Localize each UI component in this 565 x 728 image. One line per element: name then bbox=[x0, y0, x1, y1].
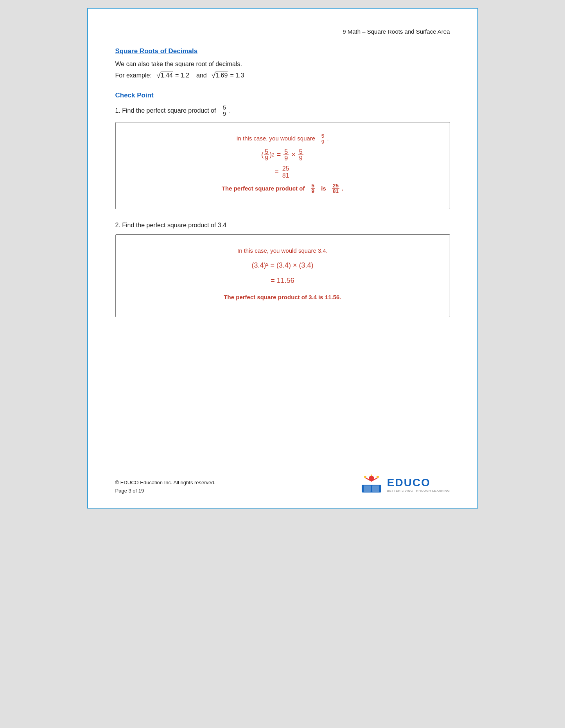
footer: © EDUCO Education Inc. All rights reserv… bbox=[115, 474, 450, 495]
logo-educo-text: EDUCO bbox=[387, 476, 450, 489]
q1-conclusion-ans-frac: 25 81 bbox=[332, 183, 339, 194]
q1-label: 1. Find the perfect square product of bbox=[115, 107, 216, 114]
question-2-text: 2. Find the perfect square product of 3.… bbox=[115, 222, 450, 229]
intro-text: We can also take the square root of deci… bbox=[115, 61, 450, 68]
svg-rect-2 bbox=[372, 485, 379, 492]
q2-answer-intro-line: In this case, you would square 3.4. bbox=[131, 246, 434, 256]
q2-section: 2. Find the perfect square product of 3.… bbox=[115, 222, 450, 317]
logo-area: EDUCO Better Living Through Learning bbox=[360, 474, 450, 495]
example-line: For example: √ 1.44 = 1.2 and √ 1.69 = 1… bbox=[115, 72, 450, 79]
q2-conclusion-line: The perfect square product of 3.4 is 11.… bbox=[131, 292, 434, 302]
q2-label: 2. Find the perfect square product of 3.… bbox=[115, 222, 227, 229]
q1-conclusion-line: The perfect square product of 5 9 is 25 … bbox=[131, 183, 434, 194]
q1-step2-line: = 25 81 bbox=[131, 165, 434, 178]
q1-answer-intro-line: In this case, you would square 5 9 . bbox=[131, 133, 434, 144]
logo-text-block: EDUCO Better Living Through Learning bbox=[387, 476, 450, 493]
section-square-roots-decimals: Square Roots of Decimals We can also tak… bbox=[115, 47, 450, 79]
educo-logo-icon bbox=[360, 474, 383, 495]
logo-tagline: Better Living Through Learning bbox=[387, 489, 450, 493]
q2-step1-line: (3.4)² = (3.4) × (3.4) bbox=[131, 259, 434, 271]
svg-point-8 bbox=[371, 475, 372, 476]
q1-period: . bbox=[229, 107, 231, 114]
example-label: For example: bbox=[115, 72, 152, 79]
q1-frac-num: 5 bbox=[222, 105, 227, 111]
page-info: Page 3 of 19 bbox=[115, 487, 216, 495]
q2-step2-line: = 11.56 bbox=[131, 275, 434, 287]
q1-fraction: 5 9 bbox=[222, 105, 227, 117]
q1-step1-line: ( 5 9 ) 2 = 5 9 × bbox=[131, 148, 434, 161]
q1-answer-frac: 5 9 bbox=[321, 133, 325, 144]
question-1-text: 1. Find the perfect square product of 5 … bbox=[115, 105, 450, 117]
sqrt-1-69-expr: √ 1.69 = 1.3 bbox=[212, 72, 247, 79]
q1-step2-frac: 25 81 bbox=[282, 165, 290, 178]
q1-step1-rhs2: 5 9 bbox=[298, 148, 304, 161]
q1-conclusion-start: The perfect square product of bbox=[222, 183, 305, 194]
q1-step1-rhs1: 5 9 bbox=[283, 148, 289, 161]
and-text: and bbox=[196, 72, 207, 79]
answer-box-2: In this case, you would square 3.4. (3.4… bbox=[115, 234, 450, 317]
svg-rect-1 bbox=[364, 485, 371, 492]
section-heading-decimals: Square Roots of Decimals bbox=[115, 47, 450, 55]
header-title: 9 Math – Square Roots and Surface Area bbox=[115, 28, 450, 35]
check-point-section: Check Point 1. Find the perfect square p… bbox=[115, 92, 450, 317]
copyright-text: © EDUCO Education Inc. All rights reserv… bbox=[115, 479, 216, 487]
answer-box-1: In this case, you would square 5 9 . ( 5… bbox=[115, 122, 450, 209]
q1-answer-intro-text: In this case, you would square bbox=[236, 135, 315, 142]
footer-text: © EDUCO Education Inc. All rights reserv… bbox=[115, 479, 216, 495]
q1-conclusion-mid: is bbox=[321, 183, 326, 194]
q1-conclusion-frac: 5 9 bbox=[311, 183, 316, 194]
q1-step1-lhs: ( 5 9 ) 2 bbox=[261, 148, 274, 161]
svg-point-6 bbox=[364, 476, 366, 478]
q1-frac-den: 9 bbox=[222, 111, 227, 117]
svg-point-7 bbox=[377, 476, 379, 478]
sqrt-1-44-expr: √ 1.44 = 1.2 bbox=[156, 72, 192, 79]
check-point-heading: Check Point bbox=[115, 92, 450, 99]
page: 9 Math – Square Roots and Surface Area S… bbox=[87, 8, 478, 509]
